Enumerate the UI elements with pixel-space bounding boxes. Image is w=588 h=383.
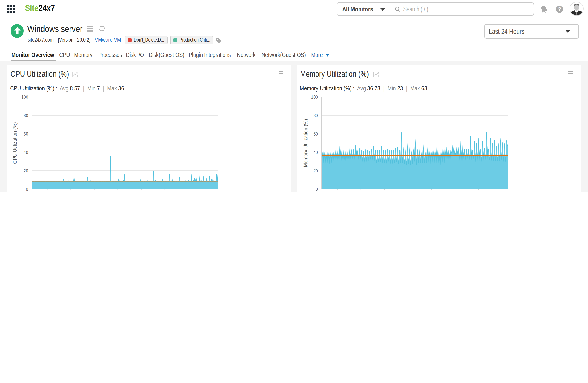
svg-text:?: ? xyxy=(558,6,561,12)
